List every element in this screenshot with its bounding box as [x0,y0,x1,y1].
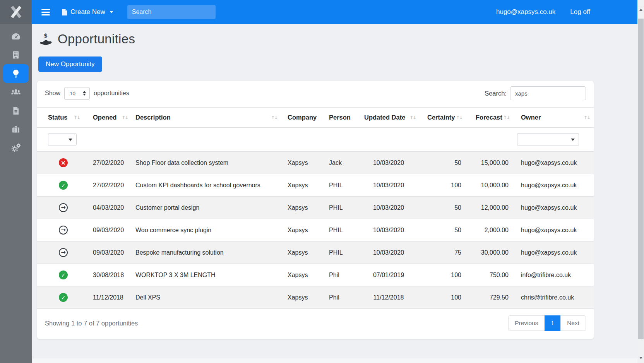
cell-owner: hugo@xapsys.co.uk [513,152,594,174]
opportunities-panel: Show 10 opportunities Search: Status↑↓Op… [37,81,594,339]
status-filter-select[interactable] [48,133,77,146]
opportunities-table: Status↑↓Opened↑↓Description↑↓CompanyPers… [37,107,594,308]
column-header-owner[interactable]: Owner↑↓ [513,108,594,128]
cell-description: Bespoke manufacturing solution [132,241,281,264]
sidebar-item-contacts[interactable] [0,83,32,101]
cell-person: Phil [323,264,358,286]
sort-arrows-icon: ↑↓ [503,115,509,120]
table-row[interactable]: →09/03/2020Bespoke manufacturing solutio… [37,241,594,264]
page-size-select[interactable]: 10 [64,87,90,100]
cell-certainty: 50 [420,219,466,241]
column-header-opened[interactable]: Opened↑↓ [84,108,132,128]
sidebar-item-settings[interactable] [0,139,32,157]
global-search-box [127,5,216,19]
sidebar-item-dashboard[interactable] [0,27,32,46]
show-suffix-label: opportunities [94,90,129,97]
showing-info-text: Showing 1 to 7 of 7 opportunities [45,320,138,327]
sort-arrows-icon: ↑↓ [122,115,128,120]
column-header-status[interactable]: Status↑↓ [37,108,84,128]
cell-forecast: 30,000.00 [466,241,513,264]
status-open-icon: → [59,248,68,257]
table-search-input[interactable] [510,86,586,100]
sort-arrows-icon: ↑↓ [456,115,462,120]
create-new-button[interactable]: Create New [62,8,113,16]
table-row[interactable]: ✓30/08/2018WORKTOP 3 X 3M LENGTHXapsysPh… [37,264,594,286]
cell-forecast: 15,000.00 [466,152,513,174]
cell-status: → [37,241,84,264]
users-icon [10,87,21,97]
cell-status: ✓ [37,264,84,286]
column-label-description: Description [135,114,171,121]
table-search-label: Search: [485,90,507,97]
cell-description: Custom KPI dashboards for school governo… [132,174,281,197]
cell-certainty: 100 [420,264,466,286]
table-footer: Showing 1 to 7 of 7 opportunities Previo… [37,308,594,339]
cell-forecast: 729.50 [466,286,513,309]
cell-owner: hugo@xapsys.co.uk [513,197,594,219]
column-label-updated-date: Updated Date [364,114,405,121]
user-email-link[interactable]: hugo@xapsys.co.uk [496,8,555,16]
table-row[interactable]: ✓27/02/2020Custom KPI dashboards for sch… [37,174,594,197]
cell-owner: hugo@xapsys.co.uk [513,241,594,264]
new-opportunity-button[interactable]: New Opportunity [38,57,102,72]
hamburger-menu-icon[interactable] [41,9,50,15]
cell-updated_date: 10/03/2020 [358,152,420,174]
page-size-value: 10 [70,91,83,96]
scrollbar-thumb[interactable] [638,19,644,339]
cell-updated_date: 10/03/2020 [358,197,420,219]
table-row[interactable]: →04/03/2020Customer portal designXapsysP… [37,197,594,219]
sidebar-item-projects[interactable] [0,120,32,139]
column-label-forecast: Forecast [476,114,502,121]
page-scrollbar[interactable] [637,0,644,363]
cell-status: → [37,197,84,219]
column-header-person: Person [323,108,358,128]
app-logo[interactable] [0,0,32,24]
cell-status: → [37,219,84,241]
cell-certainty: 100 [420,286,466,309]
cell-opened: 30/08/2018 [84,264,132,286]
cell-opened: 09/03/2020 [84,241,132,264]
column-label-status: Status [48,114,67,121]
pagination-previous-button[interactable]: Previous [508,315,545,331]
log-off-link[interactable]: Log off [570,8,590,16]
table-controls: Show 10 opportunities Search: [37,81,594,107]
table-row[interactable]: ✓11/12/2018Dell XPSXapsysPhil11/12/20181… [37,286,594,309]
cell-company: Xapsys [281,152,323,174]
cell-updated_date: 11/12/2018 [358,286,420,309]
sort-arrows-icon: ↑↓ [271,115,277,120]
cell-opened: 27/02/2020 [84,152,132,174]
cell-forecast: 10,000.00 [466,174,513,197]
cell-company: Xapsys [281,197,323,219]
cell-person: Phil [323,286,358,309]
cell-opened: 27/02/2020 [84,174,132,197]
lightbulb-icon [12,69,20,78]
page-title: Opportunities [58,32,135,46]
cell-updated_date: 10/03/2020 [358,219,420,241]
cell-description: Dell XPS [132,286,281,309]
cell-description: Customer portal design [132,197,281,219]
table-row[interactable]: ×27/02/2020Shop Floor data collection sy… [37,152,594,174]
sidebar-item-companies[interactable] [0,46,32,64]
owner-filter-select[interactable] [517,133,579,146]
pagination-next-button[interactable]: Next [560,315,586,331]
scrollbar-down-arrow[interactable] [637,354,644,362]
table-row[interactable]: →09/03/2020Woo commerce sync pluginXapsy… [37,219,594,241]
column-header-updated-date[interactable]: Updated Date↑↓ [358,108,420,128]
scrollbar-up-arrow[interactable] [637,5,644,14]
column-header-description[interactable]: Description↑↓ [132,108,281,128]
cell-status: ✓ [37,174,84,197]
status-won-icon: ✓ [59,181,68,190]
column-header-certainty[interactable]: Certainty↑↓ [420,108,466,128]
cell-company: Xapsys [281,264,323,286]
status-won-icon: ✓ [59,293,68,302]
pagination-page-1-button[interactable]: 1 [545,315,561,331]
sidebar-item-documents[interactable] [0,101,32,120]
column-label-owner: Owner [521,114,541,121]
sidebar-item-opportunities[interactable] [3,64,29,83]
dropdown-arrow-icon [69,139,72,141]
column-header-forecast[interactable]: Forecast↑↓ [466,108,513,128]
global-search-input[interactable] [132,9,212,15]
cell-opened: 04/03/2020 [84,197,132,219]
gears-icon [11,143,21,152]
status-lost-icon: × [59,158,68,167]
